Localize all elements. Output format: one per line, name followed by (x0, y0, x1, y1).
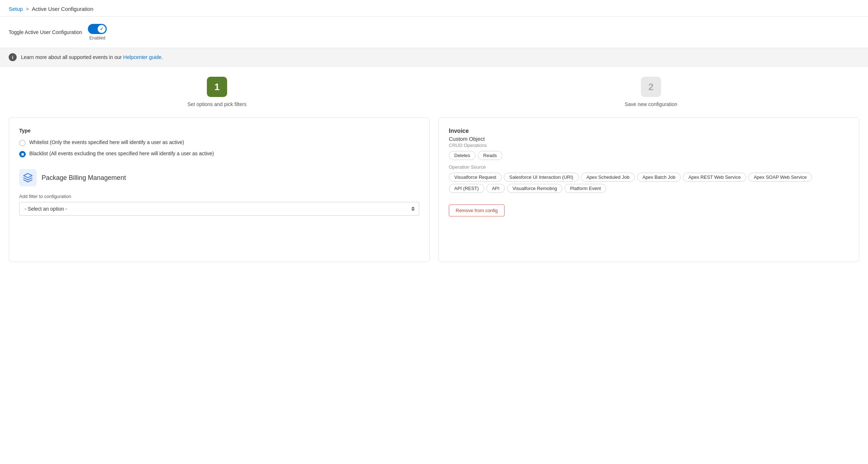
info-text-after-link: . (161, 54, 163, 60)
toggle-state-text: Enabled (89, 35, 105, 41)
select-wrapper: - Select an option - (19, 202, 419, 216)
remove-from-config-button[interactable]: Remove from config (449, 204, 505, 216)
operation-source-tag: Salesforce UI Interaction (URI) (504, 173, 579, 182)
package-icon (19, 169, 37, 186)
crud-label: CRUD Operations (449, 143, 849, 148)
breadcrumb-current-page: Active User Configuration (32, 6, 93, 12)
whitelist-radio[interactable] (19, 140, 26, 146)
toggle-switch[interactable]: ✓ (88, 24, 107, 34)
crud-tag: Deletes (449, 151, 476, 160)
operation-source-tag: Visualforce Remoting (507, 184, 562, 193)
step-1-number: 1 (207, 77, 227, 97)
steps-container: 1 Set options and pick filters 2 Save ne… (0, 67, 868, 117)
info-text-before-link: Learn more about all supported events in… (21, 54, 123, 60)
operation-source-tags-row: Visualforce RequestSalesforce UI Interac… (449, 173, 849, 193)
main-content: Type Whitelist (Only the events specifie… (0, 117, 868, 271)
breadcrumb-separator: > (26, 6, 29, 12)
blacklist-option[interactable]: Blacklist (All events excluding the ones… (19, 151, 419, 157)
toggle-row: Toggle Active User Configuration ✓ Enabl… (0, 17, 868, 48)
step-2-label: Save new configuration (625, 101, 677, 107)
operation-source-tag: Apex REST Web Service (683, 173, 746, 182)
helpcenter-link[interactable]: Helpcenter guide (123, 54, 162, 60)
operation-source-tag: API (REST) (449, 184, 484, 193)
whitelist-label: Whitelist (Only the events specified her… (29, 139, 184, 145)
info-banner: i Learn more about all supported events … (0, 48, 868, 67)
radio-dot (21, 153, 24, 156)
top-bar: Setup > Active User Configuration (0, 0, 868, 17)
operation-source-tag: Apex SOAP Web Service (748, 173, 812, 182)
breadcrumb-setup-link[interactable]: Setup (9, 6, 23, 12)
info-icon: i (9, 53, 17, 61)
crud-tags-row: DeletesReads (449, 151, 849, 160)
operation-source-tag: Platform Event (565, 184, 606, 193)
step-1-label: Set options and pick filters (187, 101, 246, 107)
operation-source-tag: Visualforce Request (449, 173, 502, 182)
invoice-title: Invoice (449, 128, 849, 134)
toggle-checkmark-icon: ✓ (100, 26, 103, 31)
operation-source-tag: Apex Scheduled Job (581, 173, 635, 182)
right-panel: Invoice Custom Object CRUD Operations De… (438, 117, 859, 262)
whitelist-option[interactable]: Whitelist (Only the events specified her… (19, 139, 419, 146)
breadcrumb: Setup > Active User Configuration (9, 6, 859, 12)
operation-source-tag: API (486, 184, 505, 193)
blacklist-radio[interactable] (19, 151, 26, 157)
operation-source-label: Operation Source (449, 164, 849, 170)
type-label: Type (19, 128, 419, 134)
operation-source-tag: Apex Batch Job (637, 173, 681, 182)
package-name: Package Billing Management (42, 174, 126, 182)
toggle-container: ✓ Enabled (88, 24, 107, 41)
step-2: 2 Save new configuration (434, 77, 868, 107)
blacklist-label: Blacklist (All events excluding the ones… (29, 151, 214, 156)
toggle-label: Toggle Active User Configuration (9, 29, 82, 35)
object-type: Custom Object (449, 136, 849, 142)
toggle-knob: ✓ (98, 25, 106, 33)
option-select[interactable]: - Select an option - (19, 202, 419, 216)
filter-label: Add filter to configuration (19, 194, 419, 199)
left-panel: Type Whitelist (Only the events specifie… (9, 117, 430, 262)
package-section: Package Billing Management (19, 169, 419, 186)
info-banner-text: Learn more about all supported events in… (21, 54, 163, 60)
step-2-number: 2 (641, 77, 661, 97)
step-1: 1 Set options and pick filters (0, 77, 434, 107)
crud-tag: Reads (478, 151, 502, 160)
